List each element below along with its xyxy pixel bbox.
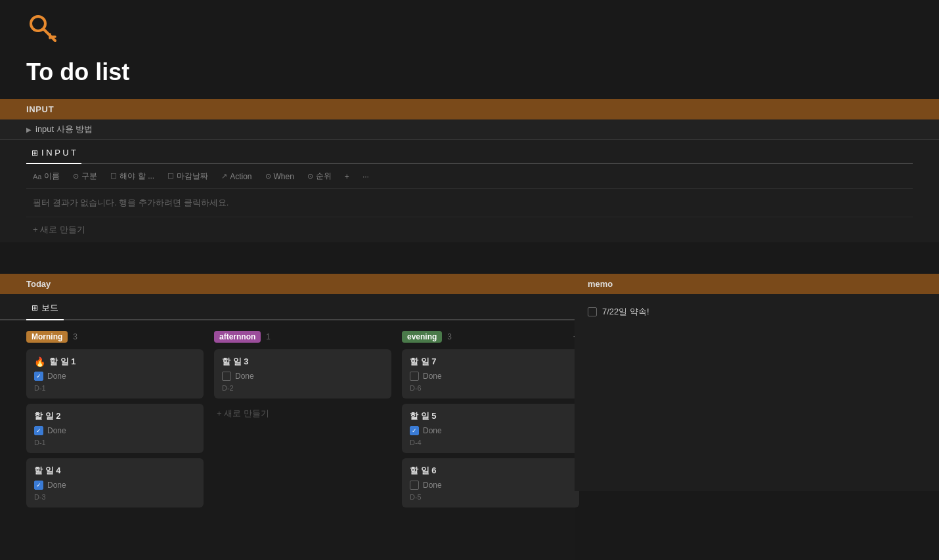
board-columns: Morning 3 🔥 할 일 1 Done D-1 bbox=[0, 320, 575, 560]
task-3-date: D-2 bbox=[222, 384, 383, 392]
col-gubun[interactable]: ⊙ 구분 bbox=[66, 167, 104, 186]
key-icon bbox=[26, 12, 58, 43]
table-icon: ⊞ bbox=[32, 148, 38, 158]
task-5-checkbox[interactable] bbox=[410, 426, 419, 435]
col-evening-header: evening 3 + bbox=[402, 331, 579, 343]
memo-item-1[interactable]: 7/22일 약속! bbox=[588, 303, 926, 320]
toggle-arrow-icon: ▶ bbox=[26, 126, 32, 133]
task-1-done-label: Done bbox=[47, 372, 66, 381]
task-7-title: 할 일 7 bbox=[410, 356, 571, 368]
app-header bbox=[0, 0, 939, 51]
col-name-label: 이름 bbox=[44, 171, 60, 182]
col-priority[interactable]: ⊙ 순위 bbox=[301, 167, 338, 186]
task-7-done-row: Done bbox=[410, 372, 571, 381]
task-4-done-label: Done bbox=[47, 481, 66, 490]
board-tab-bar: ⊞ 보드 bbox=[0, 294, 575, 320]
afternoon-new-label: + 새로 만들기 bbox=[217, 408, 269, 420]
col-afternoon-header: afternnon 1 bbox=[214, 331, 391, 343]
col-priority-label: 순위 bbox=[316, 171, 332, 182]
afternoon-count: 1 bbox=[266, 332, 271, 341]
col-circle-icon-2: ⊙ bbox=[265, 172, 271, 181]
afternoon-new-btn[interactable]: + 새로 만들기 bbox=[214, 404, 391, 423]
board-icon: ⊞ bbox=[32, 303, 38, 312]
col-deadline[interactable]: ☐ 마감날짜 bbox=[161, 167, 215, 186]
input-section: INPUT ▶ input 사용 방법 ⊞ I N P U T Aa 이름 ⊙ … bbox=[0, 99, 939, 242]
task-6-title: 할 일 6 bbox=[410, 465, 571, 477]
col-circle-icon-1: ⊙ bbox=[73, 172, 79, 181]
col-arrow-icon: ↗ bbox=[221, 172, 227, 181]
col-name[interactable]: Aa 이름 bbox=[26, 167, 66, 186]
db-tab-bar: ⊞ I N P U T bbox=[26, 140, 913, 164]
task-2-done-label: Done bbox=[47, 426, 66, 435]
task-card-7[interactable]: 할 일 7 Done D-6 bbox=[402, 349, 579, 398]
task-card-6[interactable]: 할 일 6 Done D-5 bbox=[402, 458, 579, 507]
input-section-header: INPUT bbox=[0, 99, 939, 119]
col-cal-icon-2: ☐ bbox=[167, 172, 174, 181]
task-1-checkbox[interactable] bbox=[34, 372, 43, 381]
task-2-date: D-1 bbox=[34, 439, 196, 446]
input-toggle[interactable]: ▶ input 사용 방법 bbox=[0, 119, 939, 140]
new-row-label: + 새로 만들기 bbox=[33, 224, 85, 236]
memo-checkbox-1[interactable] bbox=[588, 307, 597, 316]
col-add[interactable]: + bbox=[338, 168, 356, 185]
task-4-title: 할 일 4 bbox=[34, 465, 196, 477]
today-section: Today ⊞ 보드 Morning 3 🔥 할 일 1 bbox=[0, 274, 575, 560]
task-5-done-label: Done bbox=[423, 426, 442, 435]
new-row-button[interactable]: + 새로 만들기 bbox=[26, 217, 913, 242]
memo-text-1: 7/22일 약속! bbox=[602, 306, 649, 318]
board-tab[interactable]: ⊞ 보드 bbox=[26, 299, 64, 320]
board-col-afternoon: afternnon 1 할 일 3 Done D-2 + 새로 만들기 bbox=[214, 331, 391, 423]
today-section-header: Today bbox=[0, 274, 575, 294]
col-action[interactable]: ↗ Action bbox=[215, 168, 258, 185]
board-col-morning: Morning 3 🔥 할 일 1 Done D-1 bbox=[26, 331, 204, 513]
task-1-done-row: Done bbox=[34, 372, 196, 381]
afternoon-tag: afternnon bbox=[214, 331, 261, 343]
db-tab-input[interactable]: ⊞ I N P U T bbox=[26, 145, 81, 164]
task-3-title: 할 일 3 bbox=[222, 356, 383, 368]
task-2-title: 할 일 2 bbox=[34, 410, 196, 422]
memo-section-header: memo bbox=[575, 274, 939, 294]
col-when[interactable]: ⊙ When bbox=[259, 168, 301, 185]
evening-tag: evening bbox=[402, 331, 442, 343]
filter-empty-state[interactable]: 필터 결과가 없습니다. 행을 추가하려면 클릭하세요. bbox=[26, 189, 913, 217]
task-2-checkbox[interactable] bbox=[34, 426, 43, 435]
task-5-date: D-4 bbox=[410, 439, 571, 446]
task-card-5[interactable]: 할 일 5 Done D-4 bbox=[402, 404, 579, 453]
table-header: Aa 이름 ⊙ 구분 ☐ 해야 할 ... ☐ 마감날짜 ↗ Action ⊙ … bbox=[26, 164, 913, 189]
memo-body: 7/22일 약속! bbox=[575, 294, 939, 491]
col-morning-header: Morning 3 bbox=[26, 331, 204, 343]
task-3-done-row: Done bbox=[222, 372, 383, 381]
task-6-done-label: Done bbox=[423, 481, 442, 490]
task-4-date: D-3 bbox=[34, 493, 196, 501]
col-todo[interactable]: ☐ 해야 할 ... bbox=[104, 167, 161, 186]
col-cal-icon: ☐ bbox=[110, 172, 117, 181]
task-card-4[interactable]: 할 일 4 Done D-3 bbox=[26, 458, 204, 507]
task-5-title: 할 일 5 bbox=[410, 410, 571, 422]
plus-icon: + bbox=[345, 172, 349, 181]
col-more[interactable]: ··· bbox=[356, 168, 376, 185]
col-gubun-label: 구분 bbox=[81, 171, 97, 182]
task-3-checkbox[interactable] bbox=[222, 372, 231, 381]
app-title: To do list bbox=[0, 51, 939, 99]
col-todo-label: 해야 할 ... bbox=[120, 171, 154, 182]
task-7-checkbox[interactable] bbox=[410, 372, 419, 381]
memo-section: memo 7/22일 약속! bbox=[575, 274, 939, 560]
task-card-3[interactable]: 할 일 3 Done D-2 bbox=[214, 349, 391, 398]
task-6-checkbox[interactable] bbox=[410, 481, 419, 490]
task-4-done-row: Done bbox=[34, 481, 196, 490]
task-5-done-row: Done bbox=[410, 426, 571, 435]
board-tab-label: 보드 bbox=[41, 302, 58, 314]
task-card-2[interactable]: 할 일 2 Done D-1 bbox=[26, 404, 204, 453]
input-db-section: ⊞ I N P U T Aa 이름 ⊙ 구분 ☐ 해야 할 ... ☐ 마감날짜 bbox=[0, 140, 939, 242]
task-1-title: 🔥 할 일 1 bbox=[34, 356, 196, 368]
task-4-checkbox[interactable] bbox=[34, 481, 43, 490]
col-action-label: Action bbox=[230, 172, 251, 181]
morning-count: 3 bbox=[73, 332, 77, 341]
task-2-done-row: Done bbox=[34, 426, 196, 435]
input-toggle-label: input 사용 방법 bbox=[35, 123, 93, 135]
task-card-1[interactable]: 🔥 할 일 1 Done D-1 bbox=[26, 349, 204, 398]
task-3-done-label: Done bbox=[235, 372, 254, 381]
task-7-done-label: Done bbox=[423, 372, 442, 381]
col-when-label: When bbox=[274, 172, 294, 181]
col-deadline-label: 마감날짜 bbox=[177, 171, 208, 182]
